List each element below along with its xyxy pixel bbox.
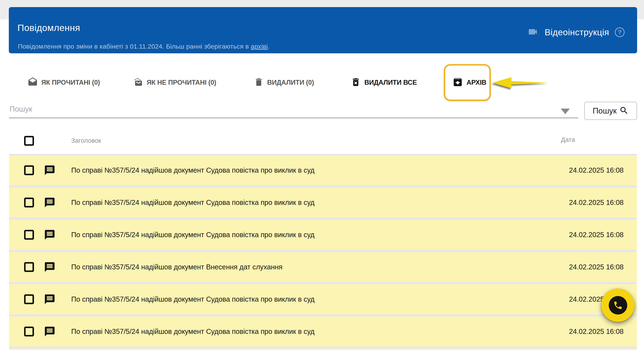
table-row[interactable]: По справі №357/5/24 надійшов документ Су… xyxy=(9,155,637,185)
video-instruction-label: Відеоінструкція xyxy=(545,27,609,37)
archive-link[interactable]: архіві xyxy=(251,43,268,50)
unread-mail-icon xyxy=(133,77,143,88)
row-title: По справі №357/5/24 надійшов документ Вн… xyxy=(71,252,282,282)
subtitle-period: . xyxy=(268,43,270,50)
row-separator xyxy=(9,282,637,284)
chat-bubble-icon xyxy=(44,294,56,306)
row-title: По справі №357/5/24 надійшов документ Су… xyxy=(71,187,314,218)
mark-as-unread-button[interactable]: ЯК НЕ ПРОЧИТАНІ (0) xyxy=(133,75,216,90)
trash-icon xyxy=(254,77,264,88)
delete-button[interactable]: ВИДАЛИТИ (0) xyxy=(254,75,314,90)
page-subtitle: Повідомлення про зміни в кабінеті з 01.1… xyxy=(18,43,270,50)
row-date: 24.02.2025 16:08 xyxy=(569,187,624,218)
row-date: 24.02.2025 16:08 xyxy=(569,252,624,282)
table-row[interactable]: По справі №357/5/24 надійшов документ Су… xyxy=(9,284,637,314)
archive-button[interactable]: АРХІВ xyxy=(452,75,486,90)
chat-bubble-icon xyxy=(44,197,56,209)
phone-icon xyxy=(609,296,627,315)
delete-all-button[interactable]: ВИДАЛИТИ ВСЕ xyxy=(350,75,417,90)
chat-bubble-icon xyxy=(44,326,56,338)
phone-fab-button[interactable] xyxy=(601,289,634,322)
row-title: По справі №357/5/24 надійшов документ Су… xyxy=(71,284,314,314)
table-row-partial xyxy=(9,349,637,350)
row-separator xyxy=(9,218,637,220)
search-button[interactable]: Пошук xyxy=(584,102,637,120)
archive-icon xyxy=(452,77,463,88)
row-separator xyxy=(9,314,637,317)
row-checkbox[interactable] xyxy=(24,198,34,207)
mark-as-read-button[interactable]: ЯК ПРОЧИТАНІ (0) xyxy=(28,75,100,90)
column-header-date: Дата xyxy=(561,136,575,143)
row-title: По справі №357/5/24 надійшов документ Су… xyxy=(71,317,314,347)
row-date: 24.02.2025 16:08 xyxy=(569,155,624,185)
row-title: По справі №357/5/24 надійшов документ Су… xyxy=(71,220,314,250)
column-header-title: Заголовок xyxy=(71,137,101,144)
row-checkbox[interactable] xyxy=(24,327,34,337)
table-row[interactable]: По справі №357/5/24 надійшов документ Вн… xyxy=(9,252,637,282)
delete-label: ВИДАЛИТИ (0) xyxy=(267,79,314,86)
row-checkbox[interactable] xyxy=(24,165,34,175)
videocam-icon xyxy=(526,26,539,38)
page-title: Повідомлення xyxy=(18,22,80,33)
row-separator xyxy=(9,250,637,252)
row-date: 24.02.2025 16:08 xyxy=(569,220,624,250)
video-instruction-link[interactable]: Відеоінструкція ? xyxy=(526,26,625,38)
mark-as-read-label: ЯК ПРОЧИТАНІ (0) xyxy=(41,79,100,86)
row-checkbox[interactable] xyxy=(24,294,34,304)
archive-label: АРХІВ xyxy=(466,79,486,86)
row-separator xyxy=(9,185,637,187)
chat-bubble-icon xyxy=(44,164,56,177)
dropdown-arrow-icon[interactable] xyxy=(561,109,570,114)
delete-all-label: ВИДАЛИТИ ВСЕ xyxy=(364,79,417,86)
help-icon[interactable]: ? xyxy=(615,27,625,37)
row-checkbox[interactable] xyxy=(24,230,34,240)
open-envelope-icon xyxy=(28,77,38,88)
table-row[interactable]: По справі №357/5/24 надійшов документ Су… xyxy=(9,220,637,250)
row-title: По справі №357/5/24 надійшов документ Су… xyxy=(71,155,314,185)
select-all-checkbox[interactable] xyxy=(24,136,34,146)
messages-header-panel: Повідомлення Повідомлення про зміни в ка… xyxy=(9,7,637,53)
table-row[interactable]: По справі №357/5/24 надійшов документ Су… xyxy=(9,317,637,347)
search-icon xyxy=(619,106,629,116)
trash-x-icon xyxy=(350,77,361,88)
subtitle-text: Повідомлення про зміни в кабінеті з 01.1… xyxy=(18,43,251,50)
row-separator xyxy=(9,347,637,349)
row-checkbox[interactable] xyxy=(24,262,34,272)
chat-bubble-icon xyxy=(44,229,56,241)
chat-bubble-icon xyxy=(44,261,56,274)
table-row[interactable]: По справі №357/5/24 надійшов документ Су… xyxy=(9,187,637,218)
mark-as-unread-label: ЯК НЕ ПРОЧИТАНІ (0) xyxy=(147,79,216,86)
annotation-arrow xyxy=(492,77,549,89)
search-button-label: Пошук xyxy=(592,106,617,115)
search-input[interactable] xyxy=(9,102,578,118)
